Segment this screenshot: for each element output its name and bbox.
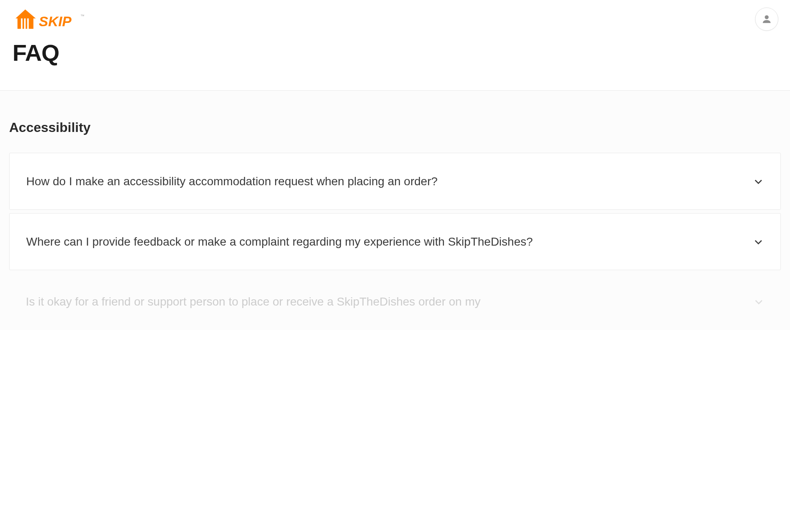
profile-button[interactable] bbox=[755, 7, 778, 31]
chevron-down-icon bbox=[753, 236, 764, 247]
faq-question: Is it okay for a friend or support perso… bbox=[26, 288, 741, 316]
header: SKIP TM bbox=[0, 0, 790, 31]
chevron-down-icon bbox=[753, 296, 764, 307]
chevron-down-icon bbox=[753, 176, 764, 187]
faq-item[interactable]: How do I make an accessibility accommoda… bbox=[9, 153, 781, 210]
skip-logo[interactable]: SKIP TM bbox=[12, 7, 89, 31]
faq-list: How do I make an accessibility accommoda… bbox=[9, 153, 781, 330]
section-title: Accessibility bbox=[9, 120, 781, 135]
page-title-section: FAQ bbox=[0, 31, 790, 91]
faq-question: Where can I provide feedback or make a c… bbox=[26, 228, 740, 256]
skip-logo-icon: SKIP TM bbox=[12, 7, 89, 31]
user-icon bbox=[761, 13, 773, 25]
svg-text:SKIP: SKIP bbox=[39, 14, 72, 29]
page-title: FAQ bbox=[12, 39, 778, 66]
faq-question: How do I make an accessibility accommoda… bbox=[26, 167, 740, 195]
faq-item[interactable]: Where can I provide feedback or make a c… bbox=[9, 213, 781, 270]
content-area: Accessibility How do I make an accessibi… bbox=[0, 91, 790, 330]
svg-point-2 bbox=[765, 15, 768, 19]
svg-text:TM: TM bbox=[81, 14, 84, 17]
faq-item[interactable]: Is it okay for a friend or support perso… bbox=[9, 273, 781, 330]
